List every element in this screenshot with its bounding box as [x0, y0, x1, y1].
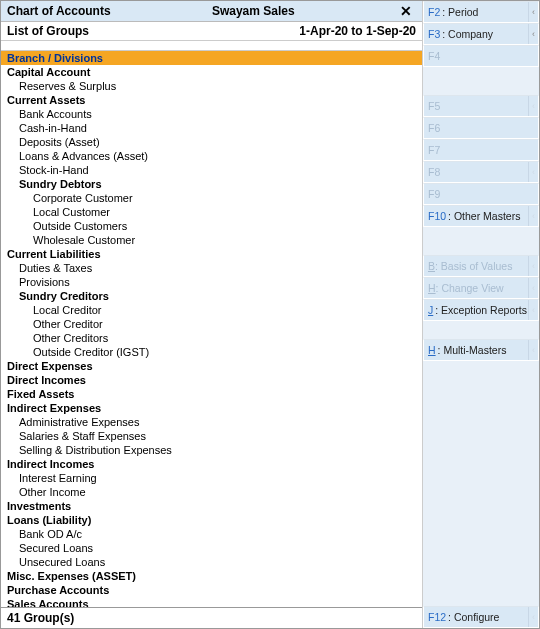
group-row[interactable]: Other Creditors	[1, 331, 422, 345]
f10-other-masters-button[interactable]: F10: Other Masters ‹	[423, 205, 539, 227]
basis-of-values-button: B: Basis of Values ‹	[423, 255, 539, 277]
f12-configure-button[interactable]: F12: Configure ‹	[423, 606, 539, 628]
title-bar: Chart of Accounts Swayam Sales ✕	[1, 1, 422, 22]
chevron-left-icon: ‹	[528, 300, 538, 320]
group-row[interactable]: Other Creditor	[1, 317, 422, 331]
group-row[interactable]: Branch / Divisions	[1, 51, 422, 65]
group-row[interactable]: Stock-in-Hand	[1, 163, 422, 177]
chevron-left-icon: ‹	[528, 24, 538, 44]
side-gap	[423, 227, 539, 255]
change-view-button: H: Change View ‹	[423, 277, 539, 299]
side-gap	[423, 321, 539, 339]
multi-masters-button[interactable]: H: Multi-Masters ‹	[423, 339, 539, 361]
list-title: List of Groups	[7, 24, 89, 38]
group-row[interactable]: Bank Accounts	[1, 107, 422, 121]
group-row[interactable]: Bank OD A/c	[1, 527, 422, 541]
f4-button: F4	[423, 45, 539, 67]
main-panel: Chart of Accounts Swayam Sales ✕ List of…	[1, 1, 423, 628]
group-row[interactable]: Salaries & Staff Expenses	[1, 429, 422, 443]
group-row[interactable]: Loans (Liability)	[1, 513, 422, 527]
company-name: Swayam Sales	[111, 4, 396, 18]
group-row[interactable]: Loans & Advances (Asset)	[1, 149, 422, 163]
group-row[interactable]: Current Liabilities	[1, 247, 422, 261]
group-row[interactable]: Unsecured Loans	[1, 555, 422, 569]
f2-period-button[interactable]: F2: Period ‹	[423, 1, 539, 23]
group-row[interactable]: Indirect Expenses	[1, 401, 422, 415]
f9-button: F9	[423, 183, 539, 205]
group-row[interactable]: Interest Earning	[1, 471, 422, 485]
group-row[interactable]: Other Income	[1, 485, 422, 499]
group-row[interactable]: Selling & Distribution Expenses	[1, 443, 422, 457]
group-row[interactable]: Outside Creditor (IGST)	[1, 345, 422, 359]
chevron-left-icon: ‹	[528, 206, 538, 226]
f6-button: F6	[423, 117, 539, 139]
side-gap	[423, 67, 539, 95]
group-list: Branch / DivisionsCapital AccountReserve…	[1, 51, 422, 607]
side-panel: F2: Period ‹ F3: Company ‹ F4 F5 ‹ F6 F7…	[423, 1, 539, 628]
chevron-left-icon: ‹	[528, 2, 538, 22]
group-row[interactable]: Outside Customers	[1, 219, 422, 233]
chevron-left-icon: ‹	[528, 162, 538, 182]
page-title: Chart of Accounts	[7, 4, 111, 18]
group-row[interactable]: Sundry Debtors	[1, 177, 422, 191]
group-row[interactable]: Sundry Creditors	[1, 289, 422, 303]
period-range: 1-Apr-20 to 1-Sep-20	[299, 24, 416, 38]
group-row[interactable]: Direct Incomes	[1, 373, 422, 387]
f7-button: F7	[423, 139, 539, 161]
group-row[interactable]: Reserves & Surplus	[1, 79, 422, 93]
group-row[interactable]: Local Customer	[1, 205, 422, 219]
content-area: Branch / DivisionsCapital AccountReserve…	[1, 41, 422, 607]
group-row[interactable]: Sales Accounts	[1, 597, 422, 607]
chevron-left-icon: ‹	[528, 340, 538, 360]
chevron-left-icon: ‹	[528, 278, 538, 298]
group-row[interactable]: Provisions	[1, 275, 422, 289]
group-row[interactable]: Local Creditor	[1, 303, 422, 317]
group-row[interactable]: Corporate Customer	[1, 191, 422, 205]
chevron-left-icon: ‹	[528, 96, 538, 116]
f3-company-button[interactable]: F3: Company ‹	[423, 23, 539, 45]
content-spacer	[1, 41, 422, 51]
group-row[interactable]: Administrative Expenses	[1, 415, 422, 429]
group-row[interactable]: Current Assets	[1, 93, 422, 107]
group-row[interactable]: Duties & Taxes	[1, 261, 422, 275]
group-row[interactable]: Direct Expenses	[1, 359, 422, 373]
group-row[interactable]: Deposits (Asset)	[1, 135, 422, 149]
group-row[interactable]: Wholesale Customer	[1, 233, 422, 247]
chevron-left-icon: ‹	[528, 256, 538, 276]
group-row[interactable]: Fixed Assets	[1, 387, 422, 401]
group-row[interactable]: Misc. Expenses (ASSET)	[1, 569, 422, 583]
f8-button: F8 ‹	[423, 161, 539, 183]
f5-button: F5 ‹	[423, 95, 539, 117]
chevron-left-icon: ‹	[528, 607, 538, 627]
exception-reports-button[interactable]: J: Exception Reports ‹	[423, 299, 539, 321]
sub-header: List of Groups 1-Apr-20 to 1-Sep-20	[1, 22, 422, 41]
group-row[interactable]: Purchase Accounts	[1, 583, 422, 597]
group-row[interactable]: Capital Account	[1, 65, 422, 79]
footer-count: 41 Group(s)	[1, 607, 422, 628]
group-row[interactable]: Secured Loans	[1, 541, 422, 555]
group-row[interactable]: Investments	[1, 499, 422, 513]
group-row[interactable]: Indirect Incomes	[1, 457, 422, 471]
close-icon[interactable]: ✕	[396, 3, 416, 19]
group-row[interactable]: Cash-in-Hand	[1, 121, 422, 135]
side-gap	[423, 361, 539, 606]
